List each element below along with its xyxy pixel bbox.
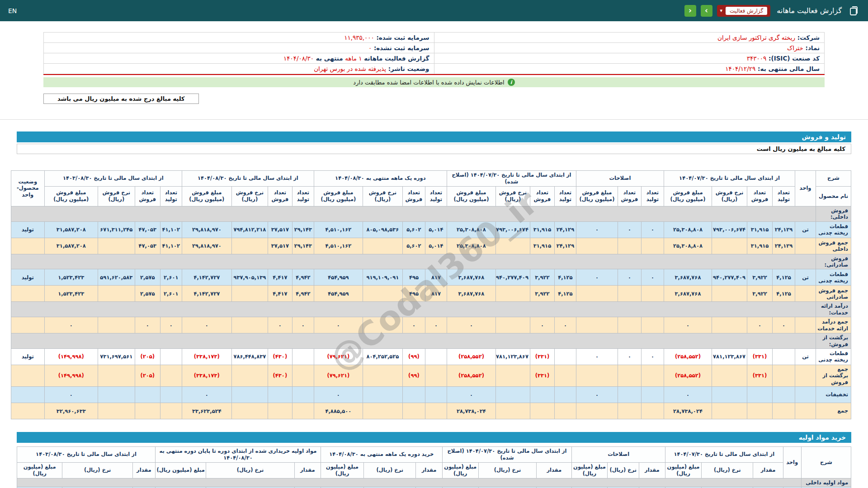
col-subheader-qty: مقدار [416,462,442,478]
data-cell [495,365,530,386]
report-copy-icon[interactable] [848,5,860,17]
table-row: قطعات ریخته چدنیتن(۳۳۱)۷۸۱,۱۲۳,۸۶۷(۲۵۸,۵… [11,348,851,365]
row-label-cell: جمع فروش داخلی [816,238,851,254]
data-cell: ۸۰۴,۲۵۲,۵۲۵ [363,348,402,365]
col-subheader-rate: نرخ فروش (ریال) [98,186,135,206]
col-subheader-amount: مبلغ فروش (میلیون ریال) [182,186,231,206]
data-cell: ۲۵,۳۰۸,۸۰۸ [664,238,712,254]
header-sub-row: نام محصول تعداد تولید تعداد فروش نرخ فرو… [11,186,851,206]
data-cell [268,387,292,403]
col-subheader-rate: نرخ فروش (ریال) [495,186,530,206]
data-cell [11,365,44,386]
data-cell: ۴,۹۴۲ [292,286,314,302]
data-cell [425,365,447,386]
data-cell [712,286,747,302]
data-cell: ۷۹۴,۸۱۲,۲۱۸ [231,221,268,238]
row-label-cell: قطعات ریخته چدنی [816,269,851,286]
data-cell: ۸۱۷ [425,269,447,286]
data-cell: ۰ [160,317,182,333]
data-cell: ۳۲,۹۶۰,۶۳۳ [44,403,98,419]
section-filler [11,206,816,221]
data-cell: ۰ [618,221,641,238]
language-toggle[interactable]: EN [8,7,17,14]
info-icon: i [508,79,515,86]
data-cell [11,238,44,254]
col-subheader-qty: مقدار [537,462,572,478]
col-subheader-rate: نرخ فروش (ریال) [363,186,402,206]
col-subheader-amount: مبلغ فروش (میلیون ریال) [576,186,618,206]
data-cell [712,387,747,403]
data-cell: ۹۱۹,۱۰۹,۰۹۱ [363,269,402,286]
data-cell [292,387,314,403]
data-cell: ۲۹,۱۴۳ [292,238,314,254]
data-cell [530,403,554,419]
data-cell: (۲۵۸,۵۵۲) [447,365,495,386]
section-row: برگشت از فروش: [11,333,851,349]
col-group-one-month: دوره یک ماهه منتهی به ۱۴۰۴/۰۸/۳۰ [314,171,447,187]
data-cell: تولید [11,221,44,238]
col-subheader-rate: نرخ (ریال) [62,462,132,478]
data-cell: ۱,۵۲۳,۴۲۳ [44,286,98,302]
col-group-ytd-0730-adjusted: از ابتدای سال مالی تا تاریخ ۱۴۰۴/۰۷/۳۰ (… [447,171,576,187]
header-sub-row: مقدار نرخ (ریال) مبلغ (میلیون ریال) مقدا… [17,462,851,478]
next-report-button[interactable]: › [701,5,712,17]
col-subheader-rate: نرخ (ریال) [607,462,639,478]
table-row: جمع۲۸,۷۳۸,۰۲۴۲۸,۷۳۸,۰۲۴۴,۸۸۵,۵۰۰۳۳,۶۲۳,۵… [11,403,851,419]
data-cell: ۳,۹۲۲ [530,286,554,302]
data-cell: ۰ [576,348,618,365]
data-cell: ۷۸۱,۱۲۳,۸۶۷ [495,348,530,365]
data-cell: ۲,۶۰۱ [160,269,182,286]
data-cell: ۴,۵۱۰,۱۶۲ [314,221,363,238]
col-group-period-to-date: مواد اولیه خریداری شده از ابتدای دوره تا… [155,447,321,463]
section-row: مواد اولیه داخلی [17,478,851,487]
data-cell [231,403,268,419]
data-cell: ۳۱,۹۱۵ [747,238,773,254]
data-cell [98,286,135,302]
data-cell [231,317,268,333]
data-cell [495,238,530,254]
data-cell: (۳۳۱) [747,365,773,386]
data-cell: ۲۸,۷۳۸,۰۲۴ [664,403,712,419]
section-label: فروش داخلی: [816,206,851,221]
section-filler [11,333,816,349]
col-group-ytd-0730: از ابتدای سال مالی تا تاریخ ۱۴۰۴/۰۷/۳۰ [665,447,783,463]
col-subheader-qty-prod: تعداد تولید [554,186,576,206]
data-cell [618,403,641,419]
data-cell: (۹۹) [402,348,425,365]
data-cell: ۳۱,۹۱۵ [747,221,773,238]
data-cell: ۰ [641,269,664,286]
table-row: تخفیفات۰۰۰۰۰۰ [11,387,851,403]
prev-report-button[interactable]: ‹ [684,5,696,17]
data-cell [618,365,641,386]
data-cell: ۳,۶۸۷,۷۶۸ [447,269,495,286]
col-subheader-qty: مقدار [132,462,155,478]
section-label: درآمد ارائه خدمات: [816,302,851,317]
data-cell: (۳۳۸,۱۷۳) [182,348,231,365]
col-group-prev-year: از ابتدای سال مالی تا تاریخ ۱۴۰۳/۰۸/۳۰ [44,171,182,187]
chevron-right-icon: › [705,7,708,14]
data-cell [425,387,447,403]
data-cell: (۲۰۵) [135,365,160,386]
data-cell [618,317,641,333]
data-cell [98,387,135,403]
data-cell: ۳۱,۵۸۷,۲۰۸ [44,221,98,238]
data-cell [231,365,268,386]
row-label-cell: جمع فروش صادراتی [816,286,851,302]
data-cell: ۲۹,۸۱۸,۹۷۰ [182,238,231,254]
data-cell: ۴,۱۲۵ [554,269,576,286]
data-cell: ۴,۱۲۵ [773,269,795,286]
data-cell: ۰ [447,317,495,333]
data-cell [712,238,747,254]
col-subheader-amount: مبلغ (میلیون ریال) [665,462,701,478]
header-group-row: شرح واحد از ابتدای سال مالی تا تاریخ ۱۴۰… [11,171,851,187]
col-group-prev-year: از ابتدای سال مالی تا تاریخ ۱۴۰۳/۰۸/۳۰ [17,447,156,463]
col-subheader-rate: نرخ فروش (ریال) [712,186,747,206]
report-type-dropdown[interactable]: گزارش فعالیت ▾ [717,5,771,17]
col-header-unit: واحد [795,171,816,206]
info-cell: نماد: ختراک [434,43,825,53]
data-cell: تولید [11,269,44,286]
data-cell: ۴,۸۸۵,۵۰۰ [314,403,363,419]
data-cell: ۳۳,۶۲۳,۵۲۴ [182,403,231,419]
col-subheader-qty-sale: تعداد فروش [135,186,160,206]
data-cell: ۰ [44,317,98,333]
